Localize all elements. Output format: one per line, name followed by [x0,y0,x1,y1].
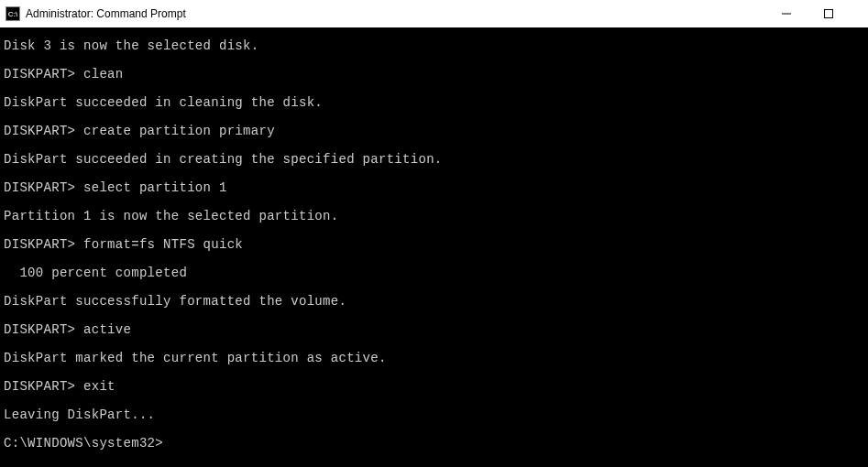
maximize-icon [824,9,833,18]
terminal-line: C:\WINDOWS\system32> [4,434,864,453]
minimize-icon [782,9,791,18]
terminal-output[interactable]: Disk 3 is now the selected disk. DISKPAR… [0,27,868,467]
terminal-line: DISKPART> select partition 1 [4,179,864,198]
terminal-line: Leaving DiskPart... [4,406,864,425]
terminal-line: 100 percent completed [4,264,864,283]
terminal-line: DISKPART> format=fs NTFS quick [4,235,864,255]
terminal-line: DiskPart marked the current partition as… [4,349,864,368]
close-button[interactable] [850,0,868,27]
minimize-button[interactable] [765,0,808,27]
terminal-line: Partition 1 is now the selected partitio… [4,207,864,226]
terminal-line: DiskPart successfully formatted the volu… [4,292,864,311]
maximize-button[interactable] [808,0,850,27]
terminal-line: DiskPart succeeded in cleaning the disk. [4,93,864,113]
terminal-line: Disk 3 is now the selected disk. [4,37,864,56]
svg-rect-1 [825,10,833,18]
terminal-line: DISKPART> exit [4,377,864,396]
terminal-line: DISKPART> clean [4,65,864,84]
cmd-icon: C:\ [5,6,20,21]
terminal-line: DISKPART> create partition primary [4,122,864,141]
titlebar: C:\ Administrator: Command Prompt [0,0,868,27]
window-controls [765,0,868,27]
window-title: Administrator: Command Prompt [26,7,186,20]
terminal-line: DISKPART> active [4,320,864,340]
titlebar-left: C:\ Administrator: Command Prompt [5,6,186,21]
terminal-line: DiskPart succeeded in creating the speci… [4,150,864,169]
